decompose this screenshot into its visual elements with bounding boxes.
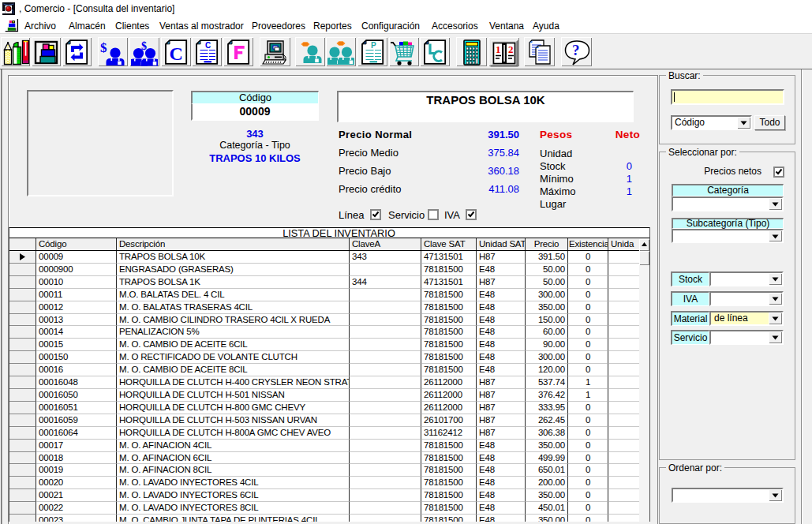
svg-text:2: 2 xyxy=(508,43,514,55)
svg-text:C: C xyxy=(205,41,211,50)
svg-text:1: 1 xyxy=(496,43,501,55)
svg-text:C: C xyxy=(169,43,182,64)
svg-text:P: P xyxy=(371,41,376,50)
svg-text:?: ? xyxy=(572,42,580,58)
svg-text:$: $ xyxy=(100,40,107,55)
